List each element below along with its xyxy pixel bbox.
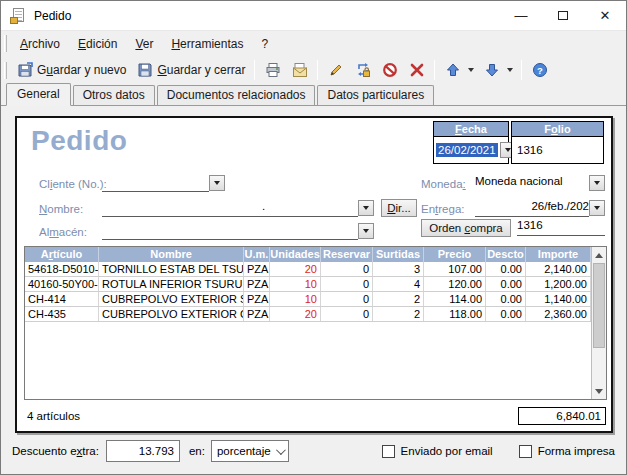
table-cell[interactable]: 4 [373, 277, 424, 291]
table-cell[interactable]: 40160-50Y00-... [25, 277, 99, 291]
folio-input[interactable]: 1316 [514, 144, 543, 156]
next-button[interactable] [478, 59, 505, 82]
previous-dropdown-icon[interactable] [468, 68, 474, 72]
menu-archivo[interactable]: Archivo [11, 33, 69, 55]
menu-bar: Archivo Edición Ver Herramientas ? [1, 31, 626, 56]
table-cell[interactable]: 1,200.00 [526, 277, 591, 291]
tab-general[interactable]: General [6, 83, 71, 106]
table-cell[interactable]: 0.00 [486, 307, 526, 321]
table-cell[interactable]: 1,140.00 [526, 292, 591, 306]
nombre-dropdown-icon[interactable] [358, 200, 374, 216]
help-button[interactable]: ? [526, 59, 553, 82]
cancel-document-button[interactable] [376, 59, 403, 82]
close-icon[interactable]: ✕ [584, 1, 626, 30]
entrega-dropdown-icon[interactable] [589, 200, 605, 216]
table-cell[interactable]: 10 [270, 277, 321, 291]
descuento-extra-input[interactable]: 13.793 [106, 440, 180, 462]
save-and-new-button[interactable]: Guardar y nuevo [11, 59, 131, 82]
table-cell[interactable]: 54618-D5010-... [25, 262, 99, 276]
tab-datos-particulares[interactable]: Datos particulares [317, 85, 434, 105]
tab-documentos-relacionados[interactable]: Documentos relacionados [157, 85, 316, 105]
table-cell[interactable]: 2,140.00 [526, 262, 591, 276]
menu-ver[interactable]: Ver [126, 33, 162, 55]
menu-edicion[interactable]: Edición [69, 33, 126, 55]
table-cell[interactable]: 0.00 [486, 262, 526, 276]
scroll-up-icon[interactable] [592, 248, 606, 262]
menu-grip[interactable] [4, 35, 7, 52]
dir-button[interactable]: Dir... [381, 199, 417, 217]
almacen-dropdown-icon[interactable] [358, 223, 374, 239]
table-cell[interactable]: 20 [270, 262, 321, 276]
table-cell[interactable]: 0 [321, 307, 373, 321]
minimize-icon[interactable]: — [500, 1, 542, 30]
menu-help[interactable]: ? [252, 33, 277, 55]
forma-impresa-checkbox[interactable] [519, 445, 532, 458]
toolbar-grip[interactable] [4, 62, 7, 79]
table-cell[interactable]: PZA [244, 277, 270, 291]
almacen-input[interactable] [102, 223, 358, 240]
column-header[interactable]: Artículo [25, 247, 99, 262]
table-cell[interactable]: 20 [270, 307, 321, 321]
table-cell[interactable]: 2 [373, 292, 424, 306]
table-cell[interactable]: 2 [373, 307, 424, 321]
table-cell[interactable]: 2,360.00 [526, 307, 591, 321]
menu-herramientas[interactable]: Herramientas [162, 33, 252, 55]
table-cell[interactable]: CH-435 [25, 307, 99, 321]
column-header[interactable]: Descto [486, 247, 526, 262]
table-cell[interactable]: 10 [270, 292, 321, 306]
scrollbar-thumb[interactable] [593, 263, 605, 348]
enviado-por-email-label: Enviado por email [401, 445, 493, 457]
previous-button[interactable] [439, 59, 466, 82]
moneda-dropdown-icon[interactable] [589, 175, 605, 191]
table-cell[interactable]: CUBREPOLVO EXTERIOR ST... [99, 292, 244, 306]
fecha-input[interactable]: 26/02/2021 [436, 143, 498, 157]
column-header[interactable]: Reservar [321, 247, 373, 262]
tab-otros-datos[interactable]: Otros datos [73, 85, 155, 105]
cliente-dropdown-icon[interactable] [209, 175, 225, 191]
table-cell[interactable]: 0 [321, 262, 373, 276]
table-cell[interactable]: 107.00 [424, 262, 486, 276]
scroll-down-icon[interactable] [592, 384, 606, 398]
table-cell[interactable]: 3 [373, 262, 424, 276]
email-button[interactable] [286, 59, 313, 82]
descuento-unit-select[interactable]: porcentaje [211, 440, 289, 462]
column-header[interactable]: Precio [424, 247, 486, 262]
table-cell[interactable]: 0.00 [486, 277, 526, 291]
table-cell[interactable]: PZA [244, 292, 270, 306]
transfer-button[interactable] [349, 59, 376, 82]
table-cell[interactable]: CH-414 [25, 292, 99, 306]
column-header[interactable]: U.m. [244, 247, 270, 262]
folio-field-group: Folio 1316 [511, 121, 604, 164]
table-cell[interactable]: TORNILLO ESTAB DEL TSUR... [99, 262, 244, 276]
table-cell[interactable]: PZA [244, 262, 270, 276]
table-cell[interactable]: 0 [321, 277, 373, 291]
column-header[interactable]: Unidades [270, 247, 321, 262]
enviado-por-email-checkbox[interactable] [382, 445, 395, 458]
orden-compra-button[interactable]: Orden compra [421, 219, 511, 237]
arrow-up-icon [444, 62, 461, 79]
nombre-input[interactable]: . [102, 200, 358, 217]
print-button[interactable] [259, 59, 286, 82]
table-cell[interactable]: 0 [321, 292, 373, 306]
delete-button[interactable] [403, 59, 430, 82]
table-cell[interactable]: 0.00 [486, 292, 526, 306]
moneda-select[interactable]: Moneda nacional [475, 175, 589, 192]
column-header[interactable]: Surtidas [373, 247, 424, 262]
toolbar-separator [434, 60, 435, 80]
table-cell[interactable]: CUBREPOLVO EXTERIOR CO... [99, 307, 244, 321]
column-header[interactable]: Nombre [99, 247, 244, 262]
edit-button[interactable] [322, 59, 349, 82]
column-header[interactable]: Importe [526, 247, 591, 262]
maximize-icon[interactable] [542, 1, 584, 30]
next-dropdown-icon[interactable] [507, 68, 513, 72]
save-and-close-button[interactable]: Guardar y cerrar [131, 59, 250, 82]
table-cell[interactable]: PZA [244, 307, 270, 321]
cliente-input[interactable] [102, 175, 209, 192]
grid-vertical-scrollbar[interactable] [591, 247, 606, 399]
orden-compra-input[interactable]: 1316 [517, 219, 605, 236]
table-cell[interactable]: 118.00 [424, 307, 486, 321]
table-cell[interactable]: ROTULA INFERIOR TSURU I... [99, 277, 244, 291]
entrega-input[interactable]: 26/feb./202 [475, 200, 589, 217]
table-cell[interactable]: 120.00 [424, 277, 486, 291]
table-cell[interactable]: 114.00 [424, 292, 486, 306]
